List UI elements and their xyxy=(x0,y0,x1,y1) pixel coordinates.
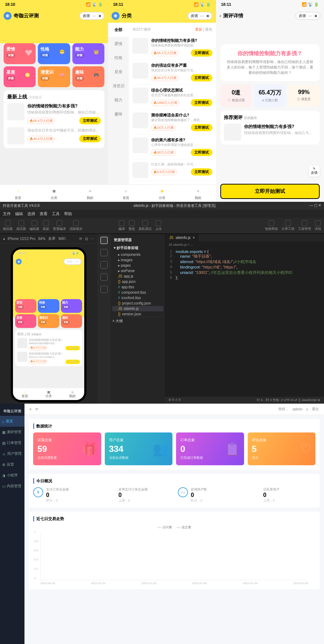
test-button[interactable]: 立即测试 xyxy=(191,49,212,57)
logout-link[interactable]: 退出 xyxy=(312,407,319,412)
tool-分享工程[interactable]: 分享工程 xyxy=(282,220,294,231)
refresh-icon[interactable]: ⟳ xyxy=(35,407,38,411)
sidecat-全部[interactable]: 全部 xyxy=(108,23,129,37)
quiz-item[interactable]: 你的情绪控制能力有多强?情绪很容易受到周围环境影响，做自己情绪…65.4万人已测… xyxy=(7,103,101,124)
quiz-item[interactable]: 测你摆摊适合卖什么?最近我发现摆摊越来越好了，感觉…24万人已测立即测试 xyxy=(132,110,212,134)
menu-文件[interactable]: 文件 xyxy=(3,211,11,217)
header-actions[interactable]: 反馈 ⋯ ✕ xyxy=(296,12,320,20)
close-icon[interactable]: ✕ xyxy=(98,14,101,18)
zoom-level[interactable]: 84% xyxy=(38,237,45,241)
back-icon[interactable]: ‹ xyxy=(220,13,221,18)
sidecat-爱情[interactable]: 爱情 xyxy=(108,37,129,51)
tab-category[interactable]: ▦分类 xyxy=(50,187,58,200)
menu-编辑[interactable]: 编辑 xyxy=(15,211,23,217)
tab-mine[interactable]: ☺我的 xyxy=(86,187,94,200)
tool-上传[interactable]: 上传 xyxy=(155,220,162,231)
menu-查看[interactable]: 查看 xyxy=(40,211,48,217)
sidecat-能力[interactable]: 能力 xyxy=(108,93,129,107)
tab-home[interactable]: ⌂首页 xyxy=(14,187,22,200)
nav-首页[interactable]: ⌂首页 xyxy=(0,416,24,427)
file-wxParse[interactable]: ▸ wxParse xyxy=(112,268,163,274)
menu-工具[interactable]: 工具 xyxy=(52,211,60,217)
sidecat-潜意识[interactable]: 潜意识 xyxy=(108,79,129,93)
stat-card[interactable]: 试题总量59当前试题数量🎁 xyxy=(33,432,101,465)
device-select[interactable]: iPhone 12/12 Pro xyxy=(8,237,35,241)
tool-调试器[interactable]: 调试器 xyxy=(16,220,26,231)
cat-潜意识[interactable]: 潜意识评测🧠 xyxy=(38,66,70,87)
tab-mine[interactable]: ☺我的 xyxy=(194,187,202,200)
test-button[interactable]: 立即测试 xyxy=(79,117,101,124)
more-icon[interactable]: ⋯ xyxy=(91,237,94,241)
quiz-item[interactable]: 强迫症在日常生活中随处可见，轻微的强迫…45.2万人已测立即测试 xyxy=(7,127,101,145)
tab-category[interactable]: ▦分类 xyxy=(158,187,166,200)
nav-内容管理[interactable]: ▭内容管理 xyxy=(0,481,24,492)
legend-deals[interactable]: -○- 成交量 xyxy=(176,525,191,529)
test-button[interactable]: 立即测试 xyxy=(191,149,212,156)
stat-card[interactable]: 评估总量5后台♡ xyxy=(248,432,316,465)
header-actions[interactable]: 反馈 ⋯ ✕ xyxy=(188,12,212,20)
file-project.config.json[interactable]: {} project.config.json xyxy=(112,301,163,306)
tool-智能帮助[interactable]: 智能帮助 xyxy=(265,220,278,231)
tool-清除缓存[interactable]: 清除缓存 xyxy=(69,220,82,231)
header-actions[interactable]: 反馈 ⋯ ✕ xyxy=(80,12,104,20)
stat-card[interactable]: 订单总量0已完成订单数据📋 xyxy=(176,432,244,465)
cat-能力[interactable]: 能力评测👑 xyxy=(72,43,104,64)
nav-小程序[interactable]: ◑小程序 xyxy=(0,470,24,481)
sidecat-性格[interactable]: 性格 xyxy=(108,51,129,65)
branch-icon[interactable] xyxy=(100,274,108,281)
nav-订单管理[interactable]: ▤订单管理 xyxy=(0,438,24,448)
file-app.js[interactable]: JS app.js xyxy=(112,274,163,279)
status-info[interactable]: 行 6，列 3 空格: 2 UTF-8 LF {} JavaScript ⊕ xyxy=(257,398,320,403)
tool-编译[interactable]: 编译 xyxy=(118,220,125,231)
file-app.json[interactable]: {} app.json xyxy=(112,279,163,284)
quiz-item[interactable]: 你的强迫症有多严重强迫症在日常生活中随处可见…45.2万人已测立即测试 xyxy=(132,60,212,85)
cat-趣味[interactable]: 趣味评测🎮 xyxy=(72,66,104,87)
tab-home[interactable]: ⌂首页 xyxy=(122,187,130,200)
network-select[interactable]: WiFi xyxy=(58,237,66,241)
quiz-item[interactable]: 你的情绪控制能力有多强?情绪很容易受到周围环境影响65.4万人已测立即测试 xyxy=(132,35,212,60)
collapse-icon[interactable]: ≡ xyxy=(30,407,32,411)
nav-用户管理[interactable]: ☺用户管理 xyxy=(0,448,24,459)
sort-new[interactable]: 最新 xyxy=(195,27,202,31)
rotate-icon[interactable]: ⟳ xyxy=(79,237,82,241)
feedback-link[interactable]: 反馈 xyxy=(299,13,306,18)
more-icon[interactable]: ⋯ xyxy=(308,14,312,18)
feedback-link[interactable]: 反馈 xyxy=(191,13,198,18)
more-icon[interactable]: ⋯ xyxy=(92,14,96,18)
file-component.ttss[interactable]: # component.ttss xyxy=(112,290,163,295)
close-icon[interactable]: ✕ xyxy=(206,14,209,18)
quiz-item[interactable]: 你的第六感有多准?心理学中的所谓第六感也就是…30万人已测立即测试 xyxy=(132,134,212,159)
sidecat-趣味[interactable]: 趣味 xyxy=(108,107,129,121)
tool-模拟器[interactable]: 模拟器 xyxy=(3,220,13,231)
rec-item-title[interactable]: 你的情绪控制能力有多强? xyxy=(244,124,316,130)
stat-card[interactable]: 用户总量334当前会员数据👥 xyxy=(105,432,173,465)
quiz-item[interactable]: 行走江湖，做商情商缺一不可…6.6万人已测立即测试 xyxy=(132,159,212,181)
feedback-float[interactable]: ✎反馈 xyxy=(309,165,320,177)
tool-详情[interactable]: 详情 xyxy=(315,220,321,231)
api-icon[interactable] xyxy=(100,261,108,268)
feedback-link[interactable]: 反馈 xyxy=(83,13,90,18)
sidecat-星座[interactable]: 星座 xyxy=(108,65,129,79)
tool-真机调试[interactable]: 真机调试 xyxy=(139,220,152,231)
sort-hot[interactable]: 最热 xyxy=(205,27,212,31)
test-button[interactable]: 立即测试 xyxy=(191,124,212,131)
cat-性格[interactable]: 性格评测😁 xyxy=(38,43,70,64)
username[interactable]: admin xyxy=(293,407,302,411)
search-icon[interactable] xyxy=(100,249,108,256)
more-icon[interactable]: ⋯ xyxy=(200,14,204,18)
window-controls[interactable]: — ▢ ✕ xyxy=(309,203,321,208)
screenshot-icon[interactable]: ⊡ xyxy=(85,237,88,241)
explorer-icon[interactable] xyxy=(100,237,108,244)
test-button[interactable]: 立即测试 xyxy=(191,99,212,106)
legend-visits[interactable]: -○- 访问量 xyxy=(157,525,172,529)
tool-刷新[interactable]: 刷新 xyxy=(43,220,49,231)
logout-icon[interactable]: ⎋ xyxy=(306,407,308,411)
file-app.ttss[interactable]: # app.ttss xyxy=(112,284,163,290)
outline-section[interactable]: > 大纲 xyxy=(112,317,163,324)
file-siteinfo.js[interactable]: JS siteinfo.js xyxy=(112,306,163,311)
test-button[interactable]: 立即测试 xyxy=(191,74,212,81)
project-name[interactable]: 妙手回春前端 xyxy=(117,246,138,250)
tool-工程管理[interactable]: 工程管理 xyxy=(298,220,311,231)
tool-预览[interactable]: 预览 xyxy=(129,220,135,231)
cat-爱情[interactable]: 爱情评测 xyxy=(4,43,36,64)
